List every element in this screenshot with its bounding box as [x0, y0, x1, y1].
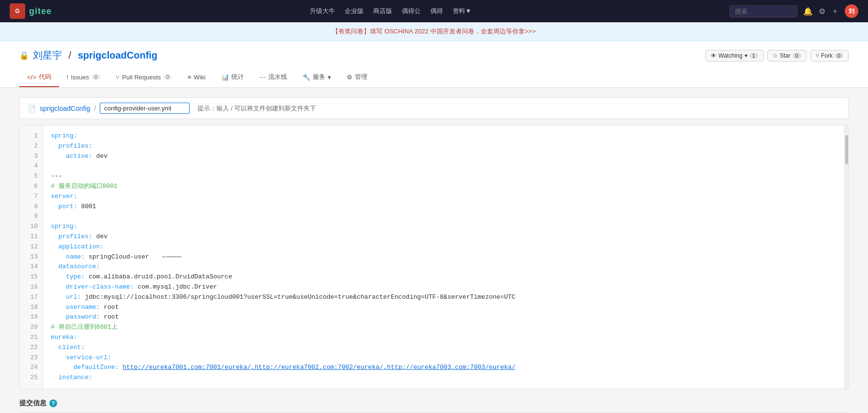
repo-name-link[interactable]: sprigcloadConfig	[78, 50, 157, 61]
file-path-bar: 📄 sprigcloadConfig / 提示：输入 / 可以将文件创建到新文件…	[19, 97, 849, 119]
code-line-18: username: root	[51, 303, 837, 313]
nav-links: 升级大牛 企业版 商店版 偶得公 偶得 资料▼	[310, 7, 472, 15]
issues-icon: !	[67, 74, 69, 81]
code-line-8: port: 8001	[51, 202, 837, 212]
scrollbar-track[interactable]	[844, 125, 848, 389]
logo-text: gitee	[29, 6, 52, 16]
code-line-9	[51, 212, 837, 222]
code-line-20: # 将自己注册到8801上	[51, 322, 837, 333]
pr-badge: 0	[163, 74, 172, 80]
info-icon: ?	[49, 399, 57, 407]
code-line-14: datasource:	[51, 262, 837, 272]
code-line-11: profiles: dev	[51, 232, 837, 242]
plus-icon[interactable]: ＋	[831, 6, 839, 16]
top-navbar: G gitee 升级大牛 企业版 商店版 偶得公 偶得 资料▼ 🔔 ⚙ ＋ 刘	[0, 0, 868, 22]
commit-section-title: 提交信息 ?	[19, 399, 849, 408]
watching-label: Watching	[718, 52, 743, 59]
line-numbers: 1234567891011121314151617181920212223242…	[20, 125, 43, 389]
watching-dropdown-icon: ▾	[745, 52, 747, 59]
code-line-22: client:	[51, 343, 837, 353]
repo-owner-link[interactable]: 刘星宇	[33, 49, 62, 62]
avatar[interactable]: 刘	[845, 4, 858, 18]
repo-header: 🔒 刘星宇 / sprigcloadConfig 👁 Watching ▾ 1 …	[0, 41, 868, 88]
code-line-12: application:	[51, 242, 837, 252]
tab-pipeline[interactable]: ⋯ 流水线	[252, 68, 295, 87]
logo-area: G gitee	[10, 3, 52, 19]
tab-issues-label: Issues	[71, 74, 89, 81]
tab-wiki-label: Wiki	[194, 74, 206, 81]
filepath-hint: 提示：输入 / 可以将文件创建到新文件夹下	[198, 104, 316, 113]
tab-wiki[interactable]: ≡ Wiki	[180, 68, 213, 87]
file-icon: 📄	[28, 105, 36, 112]
tab-services[interactable]: 🔧 服务 ▾	[295, 68, 339, 87]
star-count: 0	[792, 53, 801, 59]
tab-stats[interactable]: 📊 统计	[213, 68, 252, 87]
fork-button[interactable]: ⑂ Fork 0	[810, 50, 849, 61]
fork-icon: ⑂	[816, 52, 819, 59]
nav-link-blog[interactable]: 偶得	[430, 7, 443, 15]
repo-title-row: 🔒 刘星宇 / sprigcloadConfig 👁 Watching ▾ 1 …	[19, 49, 849, 62]
code-area: 1234567891011121314151617181920212223242…	[20, 125, 848, 389]
eye-icon: 👁	[711, 52, 716, 59]
code-line-16: driver-class-name: com.mysql.jdbc.Driver	[51, 282, 837, 292]
breadcrumb-separator: /	[94, 105, 96, 112]
settings-icon[interactable]: ⚙	[819, 7, 825, 16]
scrollbar-thumb[interactable]	[845, 135, 848, 164]
star-button[interactable]: ☆ Star 0	[767, 50, 807, 61]
code-content[interactable]: spring: profiles: active: dev---# 服务启动的端…	[43, 125, 844, 389]
watching-button[interactable]: 👁 Watching ▾ 1	[705, 50, 763, 61]
search-input[interactable]	[730, 5, 797, 17]
filename-input[interactable]	[100, 103, 190, 114]
tab-pipeline-label: 流水线	[268, 73, 287, 81]
tab-pullrequests[interactable]: ⑂ Pull Requests 0	[108, 68, 180, 87]
announcement-banner: 【有奖问卷】填写 OSCHINA 2022 中国开发者问卷，全套周边等你拿>>>	[0, 22, 868, 41]
services-dropdown-icon: ▾	[328, 74, 331, 81]
stats-icon: 📊	[221, 74, 229, 81]
code-line-6: # 服务启动的端口8001	[51, 182, 837, 192]
nav-link-store[interactable]: 商店版	[373, 7, 392, 15]
code-line-23: service-url:	[51, 353, 837, 363]
repo-tabs: </> 代码 ! Issues 0 ⑂ Pull Requests 0 ≡ Wi…	[19, 68, 849, 87]
tab-manage[interactable]: ⚙ 管理	[339, 68, 375, 87]
bell-icon[interactable]: 🔔	[803, 7, 813, 16]
fork-count: 0	[835, 53, 843, 59]
code-line-2: profiles:	[51, 141, 837, 152]
code-line-7: server:	[51, 192, 837, 202]
nav-link-enterprise[interactable]: 企业版	[345, 7, 364, 15]
code-line-19: password: root	[51, 312, 837, 322]
code-editor: 1234567891011121314151617181920212223242…	[19, 125, 849, 389]
code-icon: </>	[27, 74, 36, 81]
tab-manage-label: 管理	[355, 73, 367, 81]
code-line-13: name: springCloud-user ←――――	[51, 252, 837, 262]
nav-right: 🔔 ⚙ ＋ 刘	[730, 4, 858, 18]
code-line-1: spring:	[51, 131, 837, 141]
nav-link-upgrade[interactable]: 升级大牛	[310, 7, 335, 15]
repo-actions: 👁 Watching ▾ 1 ☆ Star 0 ⑂ Fork 0	[705, 50, 849, 61]
services-icon: 🔧	[303, 74, 310, 81]
tab-code[interactable]: </> 代码	[19, 68, 59, 87]
code-line-5: ---	[51, 171, 837, 182]
code-line-24: defaultZone: http://eureka7001.com:7001/…	[51, 363, 837, 373]
tab-pr-label: Pull Requests	[122, 74, 161, 81]
tab-issues[interactable]: ! Issues 0	[59, 68, 108, 87]
repo-title: 🔒 刘星宇 / sprigcloadConfig	[19, 49, 157, 62]
pr-icon: ⑂	[116, 74, 120, 81]
star-icon: ☆	[773, 52, 778, 59]
code-line-25: instance:	[51, 373, 837, 383]
code-line-15: type: com.alibaba.druid.pool.DruidDataSo…	[51, 272, 837, 282]
breadcrumb-repo-link[interactable]: sprigcloadConfig	[40, 105, 90, 112]
main-content: 📄 sprigcloadConfig / 提示：输入 / 可以将文件创建到新文件…	[0, 88, 868, 413]
star-label: Star	[780, 52, 791, 59]
pipeline-icon: ⋯	[259, 74, 266, 81]
nav-link-resources[interactable]: 资料▼	[453, 7, 472, 15]
code-line-17: url: jdbc:mysql://localhost:3306/springc…	[51, 292, 837, 303]
logo-icon: G	[10, 3, 25, 19]
fork-label: Fork	[821, 52, 833, 59]
nav-link-oschina[interactable]: 偶得公	[402, 7, 421, 15]
issues-badge: 0	[91, 74, 100, 80]
wiki-icon: ≡	[187, 74, 191, 81]
manage-icon: ⚙	[347, 74, 352, 81]
code-line-21: eureka:	[51, 333, 837, 343]
code-line-4	[51, 161, 837, 171]
tab-services-label: 服务	[313, 73, 325, 81]
